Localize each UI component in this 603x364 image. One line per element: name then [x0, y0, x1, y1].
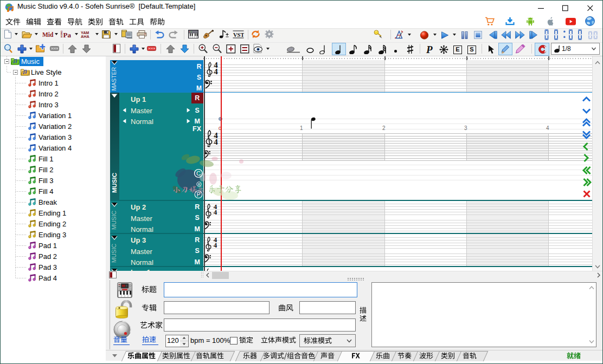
- svg-text:R: R: [198, 183, 201, 186]
- svg-text:AHA: AHA: [81, 34, 89, 38]
- svg-text:P: P: [197, 192, 201, 198]
- svg-text:C: C: [196, 170, 201, 177]
- svg-text:P: P: [426, 44, 433, 55]
- svg-text:VST: VST: [233, 32, 244, 38]
- svg-text:Mid: Mid: [42, 31, 54, 38]
- svg-text:Pa: Pa: [63, 31, 72, 39]
- svg-text:KORG: KORG: [60, 30, 63, 37]
